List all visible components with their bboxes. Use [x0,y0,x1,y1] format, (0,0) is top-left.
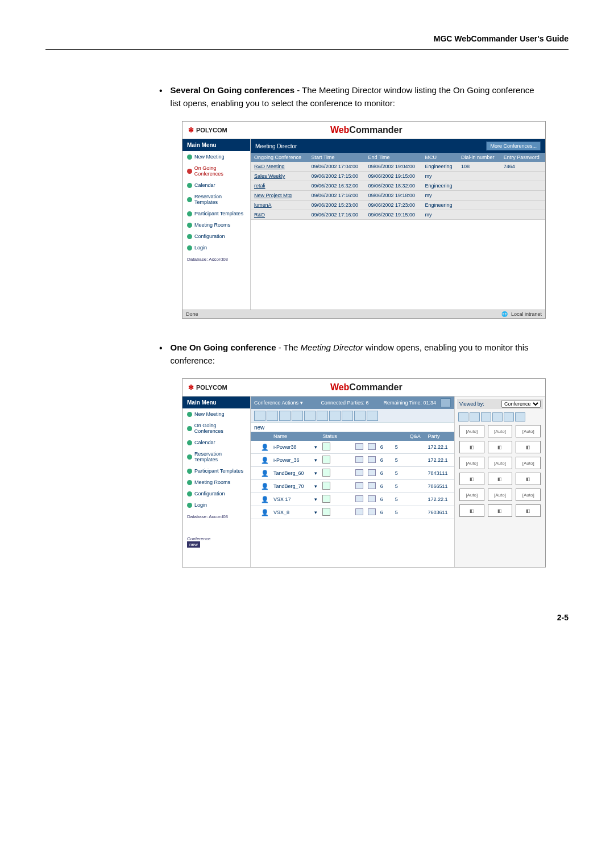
status-icon[interactable] [322,482,330,490]
cell[interactable]: Sales Weekly [251,172,308,181]
check-cell[interactable] [251,493,259,506]
tool-icon[interactable] [329,411,341,421]
col-pwd[interactable]: Entry Password [500,153,545,162]
sidebar-item-ongoing[interactable]: On Going Conferences [182,420,250,437]
table-row[interactable]: 👤TandBerg_70▾657866511 [251,480,454,493]
video-icon[interactable] [368,508,376,515]
sidebar-item-calendar[interactable]: Calendar [182,437,250,448]
sidebar-item-login[interactable]: Login [182,499,250,511]
layout-cell[interactable]: ◧ [516,504,541,517]
sidebar-item-participant[interactable]: Participant Templates [182,208,250,219]
col-party[interactable]: Party [425,432,454,441]
dd-cell[interactable]: ▾ [312,454,320,467]
cell[interactable]: 5 [393,480,408,493]
col-dialin[interactable]: Dial-in number [458,153,500,162]
layout-cell[interactable]: ◧ [488,504,513,517]
cell[interactable]: 5 [393,506,408,519]
table-row[interactable]: 👤TandBerg_60▾657843111 [251,467,454,480]
sidebar-item-config[interactable]: Configuration [182,488,250,499]
tool-icon[interactable] [304,411,316,421]
table-row[interactable]: 👤i-Power_36▾65172.22.1 [251,454,454,467]
layout-cell[interactable]: [Auto] [516,425,541,437]
check-cell[interactable] [251,480,259,493]
layout-cell[interactable]: [Auto] [516,489,541,501]
party-name[interactable]: VSX 17 [271,493,312,506]
layout-cell[interactable]: ◧ [516,441,541,453]
table-row[interactable]: 👤i-Power38▾65172.22.1 [251,441,454,454]
check-cell[interactable] [251,441,259,454]
more-conferences-button[interactable]: More Conferences... [486,141,541,151]
col-name[interactable]: Name [271,432,312,441]
col-status[interactable]: Status [320,432,342,441]
layout-cell[interactable]: ◧ [459,441,484,453]
video-icon[interactable] [368,469,376,476]
cell[interactable]: retali [251,181,308,191]
table-row[interactable]: 👤VSX_8▾657603611 [251,506,454,519]
audio-icon[interactable] [355,469,363,476]
party-name[interactable]: VSX_8 [271,506,312,519]
table-row[interactable]: New Project Mtg09/06/2002 17:16:0009/06/… [251,191,545,201]
sidebar-item-login[interactable]: Login [182,242,250,253]
layout-cell[interactable]: [Auto] [459,457,484,469]
layout-cell[interactable]: ◧ [459,473,484,485]
video-icon[interactable] [368,482,376,489]
table-row[interactable]: R&D Meeting09/06/2002 17:04:0009/06/2002… [251,162,545,172]
tool-icon[interactable] [317,411,328,421]
layout-cell[interactable]: [Auto] [459,425,484,437]
sidebar-item-new-meeting[interactable]: New Meeting [182,408,250,420]
stop-button[interactable] [441,398,451,407]
table-row[interactable]: 👤VSX 17▾65172.22.1 [251,493,454,506]
layout-icon[interactable] [492,412,503,422]
audio-icon[interactable] [355,495,363,502]
layout-cell[interactable]: [Auto] [488,489,513,501]
layout-cell[interactable]: ◧ [488,441,513,453]
dd-cell[interactable]: ▾ [312,467,320,480]
sidebar-item-ongoing[interactable]: On Going Conferences [182,162,250,180]
tool-icon[interactable] [254,411,265,421]
layout-icon[interactable] [515,412,525,422]
cell[interactable]: 6 [378,493,393,506]
cell[interactable]: 6 [378,467,393,480]
video-icon[interactable] [368,456,376,463]
layout-icon[interactable] [504,412,514,422]
layout-cell[interactable]: [Auto] [488,425,513,437]
conf-actions-menu[interactable]: Conference Actions ▾ [254,400,303,406]
tool-icon[interactable] [354,411,366,421]
cell[interactable]: 6 [378,441,393,454]
layout-icon[interactable] [458,412,468,422]
cell[interactable]: R&D [251,210,308,220]
dd-cell[interactable]: ▾ [312,441,320,454]
cell[interactable]: 6 [378,506,393,519]
video-icon[interactable] [368,495,376,502]
check-cell[interactable] [251,506,259,519]
col-start[interactable]: Start Time [308,153,365,162]
table-row[interactable]: R&D09/06/2002 17:16:0009/06/2002 19:15:0… [251,210,545,220]
check-cell[interactable] [251,454,259,467]
sidebar-item-new-meeting[interactable]: New Meeting [182,151,250,162]
layout-icon[interactable] [470,412,480,422]
layout-icon[interactable] [481,412,491,422]
audio-icon[interactable] [355,508,363,515]
cell[interactable]: 5 [393,454,408,467]
cell[interactable]: 5 [393,493,408,506]
cell[interactable]: New Project Mtg [251,191,308,201]
audio-icon[interactable] [355,482,363,489]
party-name[interactable]: i-Power38 [271,441,312,454]
sidebar-item-calendar[interactable]: Calendar [182,180,250,191]
check-cell[interactable] [251,467,259,480]
sidebar-item-rooms[interactable]: Meeting Rooms [182,219,250,231]
tool-icon[interactable] [292,411,303,421]
tool-icon[interactable] [367,411,378,421]
layout-cell[interactable]: [Auto] [459,489,484,501]
col-conf[interactable]: Ongoing Conference [251,153,308,162]
cell[interactable]: 5 [393,441,408,454]
col-mcu[interactable]: MCU [422,153,458,162]
tool-icon[interactable] [342,411,353,421]
sidebar-item-config[interactable]: Configuration [182,231,250,242]
table-row[interactable]: retali09/06/2002 16:32:0009/06/2002 18:3… [251,181,545,191]
table-row[interactable]: lumenA09/06/2002 15:23:0009/06/2002 17:2… [251,201,545,210]
sidebar-item-participant[interactable]: Participant Templates [182,465,250,477]
audio-icon[interactable] [355,456,363,463]
status-icon[interactable] [322,443,330,450]
cell[interactable]: lumenA [251,201,308,210]
